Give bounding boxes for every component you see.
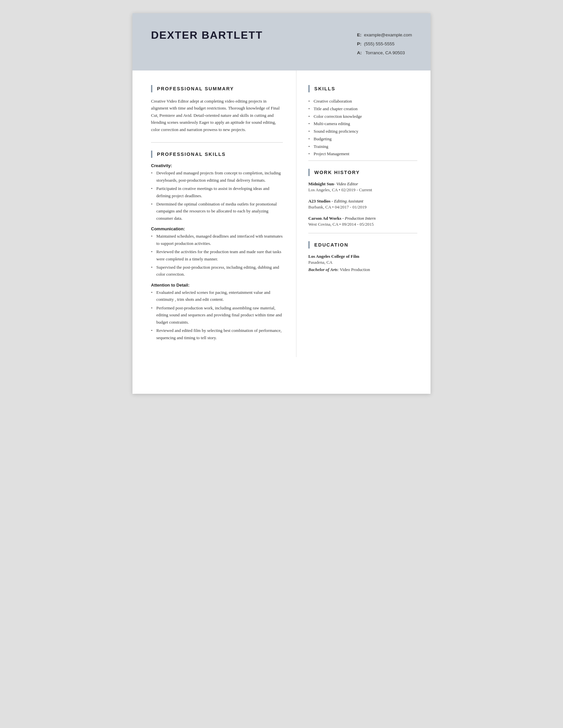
list-item: Reviewed and edited film by selecting be… (151, 327, 283, 341)
edu-location: Pasadena, CA (308, 260, 417, 265)
list-item: Creative collaboration (308, 98, 417, 105)
work-entry-2: A23 Studios - Editing Assistant Burbank,… (308, 199, 417, 210)
email-label: E: (357, 32, 362, 37)
header-name-block: DEXTER BARTLETT (151, 29, 263, 41)
edu-degree: Bachelor of Arts: Video Production (308, 267, 417, 272)
address-value: Torrance, CA 90503 (365, 50, 405, 55)
divider-1 (151, 142, 283, 143)
work-dates-1: 02/2019 - Current (342, 187, 372, 192)
work-separator-3: - (341, 216, 345, 221)
attention-detail-list: Evaluated and selected scenes for pacing… (151, 289, 283, 341)
skills-list: Creative collaboration Title and chapter… (308, 98, 417, 158)
list-item: Sound editing proficiency (308, 128, 417, 135)
resume-page: DEXTER BARTLETT E: example@example.com P… (132, 13, 431, 394)
category-communication: Communication: (151, 226, 283, 231)
divider-3 (308, 233, 417, 233)
work-location-1: Los Angeles, CA (308, 187, 338, 192)
work-dates-2: 04/2017 - 01/2019 (335, 205, 367, 209)
work-role-2: Editing Assistant (334, 199, 363, 204)
work-location-2: Burbank, CA (308, 205, 331, 209)
edu-degree-field: : Video Production (338, 267, 370, 272)
work-title-3: Carson Ad Works - Production Intern (308, 216, 417, 221)
creativity-list: Developed and managed projects from conc… (151, 169, 283, 222)
list-item: Determined the optimal combination of me… (151, 201, 283, 222)
section-bar-education (308, 241, 310, 249)
section-bar-skills (308, 85, 310, 92)
phone-value: (555) 555-5555 (364, 41, 395, 46)
education-title: EDUCATION (314, 242, 349, 248)
contact-email-line: E: example@example.com (357, 30, 412, 39)
list-item: Evaluated and selected scenes for pacing… (151, 289, 283, 303)
contact-address-line: A: Torrance, CA 90503 (357, 48, 412, 57)
list-item: Performed post-production work, includin… (151, 304, 283, 326)
work-separator-1: - (334, 181, 337, 186)
work-location-3: West Covina, CA (308, 222, 338, 227)
work-history-title: WORK HISTORY (314, 170, 360, 175)
skills-heading: SKILLS (308, 85, 417, 92)
list-item: Maintained schedules, managed deadlines … (151, 233, 283, 247)
category-creativity: Creativity: (151, 163, 283, 168)
list-item: Color correction knowledge (308, 113, 417, 120)
work-meta-3: West Covina, CA • 09/2014 - 05/2015 (308, 222, 417, 227)
address-label: A: (357, 50, 362, 55)
list-item: Training (308, 143, 417, 151)
list-item: Budgeting (308, 135, 417, 143)
professional-skills-heading: PROFESSIONAL SKILLS (151, 151, 283, 158)
section-bar-work (308, 169, 310, 176)
phone-label: P: (357, 41, 362, 46)
list-item: Multi-camera editing (308, 120, 417, 128)
education-heading: EDUCATION (308, 241, 417, 249)
work-bullet-sep-1: • (339, 187, 342, 192)
list-item: Supervised the post-production process, … (151, 264, 283, 278)
communication-list: Maintained schedules, managed deadlines … (151, 233, 283, 278)
work-entry-1: Midnight Sun- Video Editor Los Angeles, … (308, 181, 417, 193)
body-section: PROFESSIONAL SUMMARY Creative Video Edit… (132, 70, 431, 357)
work-role-3: Production Intern (345, 216, 376, 221)
email-value: example@example.com (364, 32, 412, 37)
edu-degree-label: Bachelor of Arts (308, 267, 338, 272)
work-company-2: A23 Studios (308, 199, 331, 204)
work-meta-2: Burbank, CA • 04/2017 - 01/2019 (308, 205, 417, 210)
work-entry-3: Carson Ad Works - Production Intern West… (308, 216, 417, 227)
left-column: PROFESSIONAL SUMMARY Creative Video Edit… (132, 70, 297, 357)
professional-summary-title: PROFESSIONAL SUMMARY (157, 86, 234, 91)
divider-2 (308, 160, 417, 161)
professional-summary-text: Creative Video Editor adept at completin… (151, 98, 283, 133)
edu-school-name: Los Angeles College of Film (308, 254, 417, 259)
list-item: Participated in creative meetings to ass… (151, 185, 283, 199)
work-meta-1: Los Angeles, CA • 02/2019 - Current (308, 187, 417, 193)
professional-skills-title: PROFESSIONAL SKILLS (157, 152, 226, 157)
category-attention-to-detail: Attention to Detail: (151, 283, 283, 288)
list-item: Title and chapter creation (308, 105, 417, 113)
right-column: SKILLS Creative collaboration Title and … (297, 70, 431, 357)
skills-title: SKILLS (314, 86, 336, 91)
contact-phone-line: P: (555) 555-5555 (357, 39, 412, 48)
section-bar-summary (151, 85, 152, 92)
work-bullet-sep-2: • (332, 205, 335, 209)
work-company-3: Carson Ad Works (308, 216, 341, 221)
professional-summary-body: Creative Video Editor adept at completin… (151, 98, 283, 133)
candidate-name: DEXTER BARTLETT (151, 29, 263, 41)
work-title-1: Midnight Sun- Video Editor (308, 181, 417, 187)
header-section: DEXTER BARTLETT E: example@example.com P… (132, 13, 431, 70)
list-item: Project Management (308, 150, 417, 158)
work-role-1: Video Editor (337, 181, 358, 186)
list-item: Reviewed the activities for the producti… (151, 248, 283, 262)
professional-summary-heading: PROFESSIONAL SUMMARY (151, 85, 283, 92)
list-item: Developed and managed projects from conc… (151, 169, 283, 184)
work-history-heading: WORK HISTORY (308, 169, 417, 176)
work-company-1: Midnight Sun (308, 181, 334, 186)
section-bar-prof-skills (151, 151, 152, 158)
header-contact-block: E: example@example.com P: (555) 555-5555… (357, 29, 412, 57)
work-title-2: A23 Studios - Editing Assistant (308, 199, 417, 204)
work-separator-2: - (331, 199, 334, 204)
work-dates-3: 09/2014 - 05/2015 (342, 222, 374, 227)
